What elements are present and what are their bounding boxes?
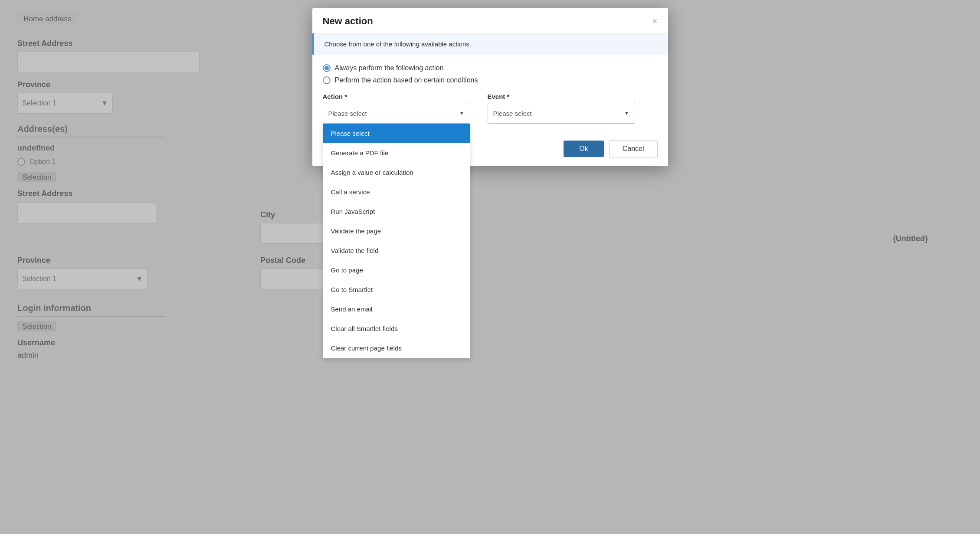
dropdown-item-clear_current_page[interactable]: Clear current page fields	[323, 338, 470, 358]
radio-conditional-circle	[323, 76, 331, 84]
radio-always[interactable]: Always perform the following action	[323, 64, 658, 72]
radio-conditional[interactable]: Perform the action based on certain cond…	[323, 76, 658, 84]
action-placeholder: Please select	[328, 110, 367, 117]
event-dropdown-arrow: ▼	[624, 110, 629, 116]
action-group: Action * Please select ▼ Please selectGe…	[323, 93, 470, 124]
new-action-modal: New action × Choose from one of the foll…	[312, 8, 668, 166]
modal-info-bar: Choose from one of the following availab…	[312, 33, 668, 55]
cancel-button[interactable]: Cancel	[609, 140, 658, 157]
action-dropdown-arrow: ▼	[459, 110, 465, 116]
dropdown-item-clear_all_smartlet[interactable]: Clear all Smartlet fields	[323, 319, 470, 338]
dropdown-item-please_select[interactable]: Please select	[323, 124, 470, 143]
action-event-row: Action * Please select ▼ Please selectGe…	[323, 93, 658, 124]
event-required-star: *	[507, 93, 510, 100]
modal-header: New action ×	[312, 8, 668, 33]
dropdown-item-generate_pdf[interactable]: Generate a PDF file	[323, 143, 470, 163]
dropdown-item-validate_page[interactable]: Validate the page	[323, 221, 470, 241]
radio-always-circle	[323, 64, 331, 72]
dropdown-item-call_service[interactable]: Call a service	[323, 182, 470, 202]
action-label: Action *	[323, 93, 470, 100]
dropdown-item-go_to_page[interactable]: Go to page	[323, 260, 470, 280]
event-group: Event * Please select ▼	[488, 93, 635, 124]
event-label: Event *	[488, 93, 635, 100]
action-select[interactable]: Please select ▼	[323, 103, 470, 124]
modal-title: New action	[323, 16, 373, 27]
ok-button[interactable]: Ok	[564, 141, 603, 157]
dropdown-item-validate_field[interactable]: Validate the field	[323, 241, 470, 260]
radio-conditional-label: Perform the action based on certain cond…	[335, 76, 478, 84]
dropdown-item-run_js[interactable]: Run JavaScript	[323, 202, 470, 221]
radio-always-label: Always perform the following action	[335, 64, 444, 72]
dropdown-item-send_email[interactable]: Send an email	[323, 299, 470, 319]
dropdown-item-assign_value[interactable]: Assign a value or calculation	[323, 163, 470, 182]
dropdown-item-go_to_smartlet[interactable]: Go to Smartlet	[323, 280, 470, 299]
modal-info-text: Choose from one of the following availab…	[324, 40, 472, 48]
action-dropdown-list: Please selectGenerate a PDF fileAssign a…	[323, 124, 470, 358]
modal-body: Always perform the following action Perf…	[312, 55, 668, 133]
event-placeholder: Please select	[493, 110, 532, 117]
action-select-wrapper: Please select ▼ Please selectGenerate a …	[323, 103, 470, 124]
action-required-star: *	[344, 93, 347, 100]
event-select[interactable]: Please select ▼	[488, 103, 635, 124]
modal-close-button[interactable]: ×	[652, 16, 658, 26]
